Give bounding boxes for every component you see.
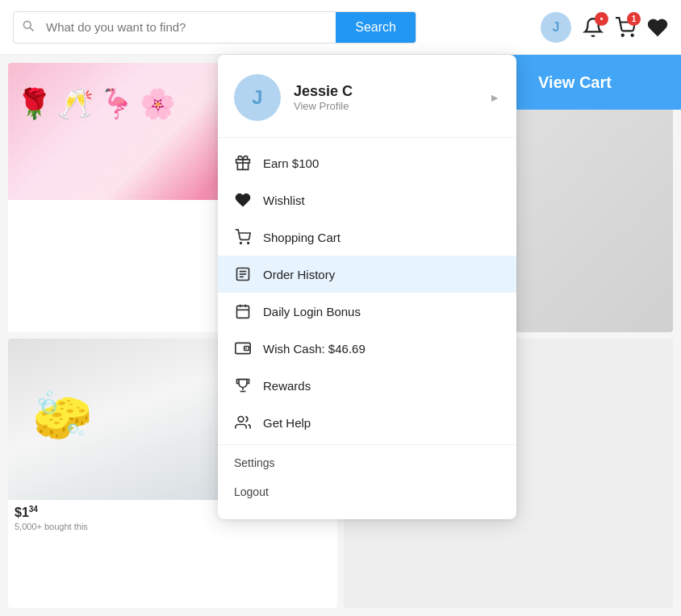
notifications-button[interactable]: • bbox=[583, 17, 604, 38]
svg-point-18 bbox=[238, 417, 244, 422]
menu-item-cart[interactable]: Shopping Cart bbox=[218, 219, 516, 256]
orders-icon bbox=[234, 265, 252, 283]
search-bar: Search bbox=[13, 11, 416, 44]
menu-item-help[interactable]: Get Help bbox=[218, 404, 516, 441]
menu-label-help: Get Help bbox=[263, 416, 311, 430]
menu-item-wishcash[interactable]: Wish Cash: $46.69 bbox=[218, 330, 516, 367]
search-button[interactable]: Search bbox=[336, 12, 416, 43]
main-content: New Vintage Cat ... $134 5,000+ bought t… bbox=[0, 55, 681, 616]
dropdown-chevron-icon: ► bbox=[489, 91, 500, 104]
menu-label-rewards: Rewards bbox=[263, 379, 311, 393]
cart-badge: 1 bbox=[627, 12, 641, 26]
people-icon bbox=[234, 414, 252, 431]
dropdown-menu-list: Earn $100 Wishlist bbox=[218, 138, 516, 513]
menu-label-daily: Daily Login Bonus bbox=[263, 305, 361, 318]
svg-point-2 bbox=[622, 34, 624, 35]
header-icons: J • 1 bbox=[541, 12, 668, 43]
dropdown-user-info: Jessie C View Profile bbox=[294, 83, 476, 112]
menu-item-earn[interactable]: Earn $100 bbox=[218, 144, 516, 181]
dropdown-username: Jessie C bbox=[294, 83, 476, 100]
svg-point-3 bbox=[632, 34, 633, 35]
menu-item-rewards[interactable]: Rewards bbox=[218, 367, 516, 404]
menu-label-earn: Earn $100 bbox=[263, 156, 319, 170]
product-sold-3: 5,000+ bought this bbox=[8, 522, 337, 536]
search-icon bbox=[14, 19, 43, 35]
dropdown-view-profile-link[interactable]: View Profile bbox=[294, 100, 476, 112]
menu-item-logout[interactable]: Logout bbox=[218, 477, 516, 506]
menu-item-wishlist[interactable]: Wishlist bbox=[218, 181, 516, 219]
search-input[interactable] bbox=[43, 12, 336, 42]
notification-badge: • bbox=[595, 12, 608, 26]
svg-rect-16 bbox=[236, 343, 250, 353]
menu-divider bbox=[218, 444, 516, 445]
menu-item-settings[interactable]: Settings bbox=[218, 448, 516, 477]
heart-icon bbox=[234, 191, 252, 209]
calendar-icon bbox=[234, 302, 252, 320]
menu-item-daily[interactable]: Daily Login Bonus bbox=[218, 293, 516, 330]
menu-label-wishcash: Wish Cash: $46.69 bbox=[263, 342, 366, 356]
svg-point-6 bbox=[240, 243, 242, 244]
wallet-icon bbox=[234, 339, 252, 357]
dropdown-avatar: J bbox=[234, 74, 281, 121]
dropdown-profile-header[interactable]: J Jessie C View Profile ► bbox=[218, 55, 516, 138]
wishlist-heart-button[interactable] bbox=[647, 17, 668, 38]
menu-label-orders: Order History bbox=[263, 268, 335, 281]
menu-label-cart: Shopping Cart bbox=[263, 231, 340, 244]
menu-item-orders[interactable]: Order History bbox=[218, 256, 516, 293]
user-dropdown-menu: J Jessie C View Profile ► bbox=[218, 55, 516, 519]
svg-rect-12 bbox=[237, 306, 249, 318]
menu-label-wishlist: Wishlist bbox=[263, 194, 305, 207]
header: Search J • 1 bbox=[0, 0, 681, 55]
gift-icon bbox=[234, 154, 252, 172]
svg-point-7 bbox=[248, 243, 249, 244]
svg-line-1 bbox=[30, 27, 33, 31]
cart-button[interactable]: 1 bbox=[615, 17, 636, 38]
user-avatar[interactable]: J bbox=[541, 12, 571, 43]
cart-menu-icon bbox=[234, 228, 252, 246]
svg-point-0 bbox=[23, 21, 31, 28]
trophy-icon bbox=[234, 377, 252, 394]
